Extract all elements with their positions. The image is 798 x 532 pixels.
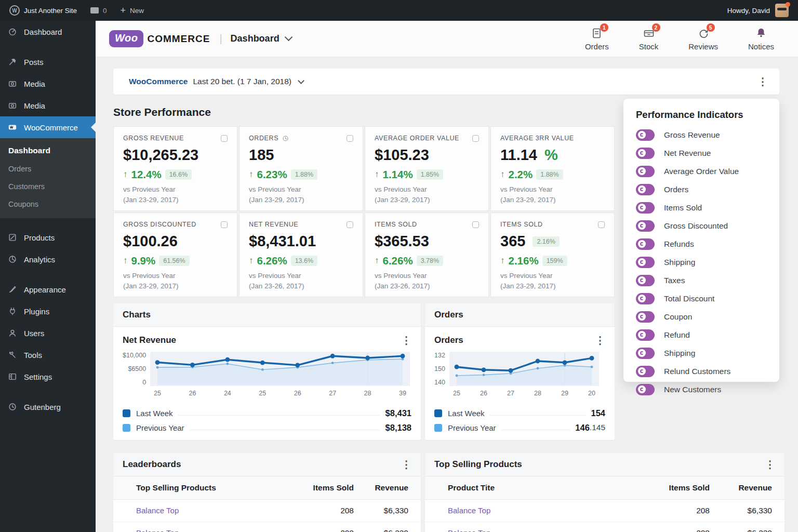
- indicator-toggle[interactable]: [636, 184, 655, 195]
- activity-tab-notices[interactable]: Notices: [748, 27, 774, 51]
- toggle-knob: [638, 149, 646, 157]
- submenu-item-dashboard[interactable]: Dashboard: [0, 141, 96, 160]
- card-checkbox[interactable]: [347, 221, 353, 228]
- growth-percent: 6.26%: [257, 255, 287, 267]
- sidebar-item-analytics[interactable]: Analytics: [0, 248, 96, 270]
- sidebar-item-products[interactable]: Products: [0, 227, 96, 248]
- comments-count: 0: [103, 7, 107, 15]
- sidebar-item-media[interactable]: Media: [0, 73, 96, 95]
- analytics-icon: [7, 254, 18, 264]
- woocommerce-breadcrumb-link[interactable]: WooCommerce: [129, 77, 188, 86]
- toggle-knob: [638, 313, 646, 321]
- indicator-row: Relund Customers: [623, 362, 779, 380]
- sidebar-item-label: Tools: [24, 351, 42, 360]
- sidebar-item-plugins[interactable]: Plugins: [0, 300, 96, 322]
- indicator-toggle[interactable]: [636, 220, 655, 232]
- sidebar-item-posts[interactable]: Posts: [0, 51, 96, 73]
- sidebar-item-appearance[interactable]: Appearance: [0, 278, 96, 300]
- legend-swatch: [434, 424, 442, 432]
- indicator-toggle[interactable]: [636, 257, 655, 268]
- product-link[interactable]: Balance Top: [136, 506, 294, 515]
- kebab-menu-icon[interactable]: ⋮: [757, 76, 768, 87]
- comparison-label: vs Provieus Year: [123, 184, 228, 195]
- sidebar-item-dashboard[interactable]: Dashboard: [0, 21, 96, 43]
- indicator-toggle[interactable]: [636, 293, 655, 304]
- product-link[interactable]: Balance Top: [136, 528, 294, 532]
- card-checkbox[interactable]: [221, 135, 228, 142]
- kebab-menu-icon[interactable]: ⋮: [595, 335, 605, 345]
- kebab-menu-icon[interactable]: ⋮: [401, 459, 411, 470]
- legend-label: Last Week: [448, 409, 485, 418]
- sidebar-item-settings[interactable]: Settings: [0, 366, 96, 388]
- indicator-row: Coupon: [623, 308, 779, 326]
- indicator-toggle[interactable]: [636, 202, 655, 214]
- submenu-item-customers[interactable]: Customers: [0, 178, 96, 195]
- indicator-label: Net Revenue: [664, 149, 711, 158]
- submenu-item-coupons[interactable]: Coupons: [0, 195, 96, 213]
- y-axis-tick: 140: [434, 379, 445, 386]
- up-arrow-icon: ↑: [500, 169, 505, 180]
- stat-card: GROSS DISCOUNTED$100.26↑9.9%61.56%vs Pre…: [113, 212, 237, 297]
- active-arrow: [86, 123, 96, 132]
- activity-tab-orders[interactable]: 1Orders: [585, 27, 609, 51]
- activity-tab-stock[interactable]: 2Stock: [639, 27, 659, 51]
- svg-text:28: 28: [364, 390, 371, 397]
- stat-card-value: $105.23: [375, 147, 479, 164]
- indicator-toggle[interactable]: [636, 384, 655, 395]
- site-menu[interactable]: W Just Another Site: [9, 5, 77, 16]
- indicator-toggle[interactable]: [636, 166, 655, 177]
- growth-percent: 6.23%: [257, 168, 287, 181]
- card-checkbox[interactable]: [347, 135, 353, 142]
- kebab-menu-icon[interactable]: ⋮: [401, 335, 411, 345]
- clock-icon: [282, 135, 289, 142]
- indicator-toggle[interactable]: [636, 129, 655, 141]
- sidebar-item-media[interactable]: Media: [0, 95, 96, 116]
- indicator-row: Shipping: [623, 253, 779, 271]
- new-menu[interactable]: + New: [121, 6, 144, 15]
- comments-menu[interactable]: 0: [90, 7, 107, 15]
- indicator-toggle[interactable]: [636, 275, 655, 286]
- stat-card-growth: ↑6.26%13.6%: [249, 255, 353, 267]
- woocommerce-icon: [7, 122, 18, 132]
- stat-card-value: $10,265.23: [123, 147, 228, 164]
- card-checkbox[interactable]: [221, 221, 228, 228]
- activity-tab-label: Stock: [639, 42, 659, 51]
- sidebar-item-users[interactable]: Users: [0, 322, 96, 344]
- kebab-menu-icon[interactable]: ⋮: [765, 459, 775, 470]
- sidebar-item-tools[interactable]: Tools: [0, 344, 96, 366]
- net-revenue-chart: 2526242526272839: [150, 352, 410, 401]
- up-arrow-icon: ↑: [500, 256, 505, 266]
- growth-badge: 159%: [542, 256, 567, 266]
- product-link[interactable]: Balance Top: [448, 506, 640, 515]
- sidebar-item-label: Media: [24, 79, 45, 88]
- admin-sidebar: DashboardPostsMediaMediaWooCommerceDashb…: [0, 21, 96, 532]
- table-column-header: Revenue: [710, 483, 772, 493]
- chevron-down-icon[interactable]: [284, 33, 292, 42]
- card-checkbox[interactable]: [598, 221, 605, 228]
- product-link[interactable]: Balance Top: [448, 528, 640, 532]
- indicator-toggle[interactable]: [636, 311, 655, 323]
- indicator-toggle[interactable]: [636, 329, 655, 341]
- card-checkbox[interactable]: [472, 221, 479, 228]
- line-chart-svg: 252627282920: [449, 352, 599, 398]
- plugins-icon: [7, 306, 18, 316]
- indicator-toggle[interactable]: [636, 348, 655, 359]
- items-sold-value: 208: [294, 506, 354, 515]
- sidebar-item-gutenberg[interactable]: Gutenberg: [0, 396, 96, 418]
- indicator-toggle[interactable]: [636, 238, 655, 250]
- sidebar-item-woocommerce[interactable]: WooCommerce: [0, 116, 96, 138]
- stat-card-label: AVERAGE ORDER VALUE: [375, 135, 459, 142]
- activity-tab-reviews[interactable]: 5Reviews: [688, 27, 718, 51]
- comparison-label: vs Previous Year: [249, 184, 353, 195]
- stat-card-growth: ↑12.4%16.6%: [123, 168, 228, 181]
- submenu-item-orders[interactable]: Orders: [0, 160, 96, 178]
- date-range-value[interactable]: Last 20 bet. (1 7 Jan, 2018): [193, 77, 291, 86]
- chevron-down-icon[interactable]: [298, 77, 304, 84]
- sidebar-item-label: Gutenberg: [24, 403, 61, 411]
- notification-badge: 1: [600, 23, 608, 32]
- stat-card: AVERAGE 3RR VALUE11.14%↑2.2%1.88%vs Prev…: [490, 126, 615, 211]
- card-checkbox[interactable]: [472, 135, 479, 142]
- indicator-toggle[interactable]: [636, 148, 655, 159]
- indicator-toggle[interactable]: [636, 366, 655, 377]
- account-menu[interactable]: Howdy, David: [727, 4, 789, 17]
